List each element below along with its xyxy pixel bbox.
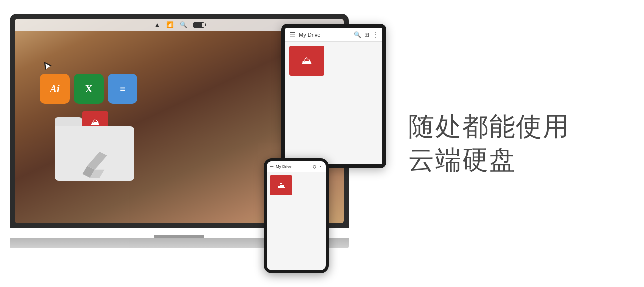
heading-line2: 云端硬盘 (408, 144, 614, 177)
wifi-taskbar-icon: 📶 (166, 21, 174, 28)
drive-taskbar-icon: ▲ (154, 21, 160, 28)
text-panel: 随处都能使用 云端硬盘 (388, 110, 614, 177)
tablet-topbar: ☰ My Drive 🔍 ⊞ ⋮ (285, 28, 382, 42)
tablet-grid-icon: ⊞ (364, 31, 369, 38)
search-taskbar-icon: 🔍 (180, 21, 187, 28)
phone-file-thumbnail: ⛰ (270, 175, 292, 195)
heading-line1: 随处都能使用 (408, 110, 614, 144)
tablet-search-icon: 🔍 (354, 31, 361, 38)
phone-menu-icon: ☰ (270, 164, 274, 169)
phone-drive-title: My Drive (276, 164, 311, 169)
phone: ☰ My Drive Q ⋮ ⛰ (264, 158, 329, 273)
devices-group: ▲ 📶 🔍 Ai (10, 9, 388, 278)
phone-search-icon: Q (313, 164, 316, 169)
adobe-illustrator-icon: Ai (40, 74, 70, 104)
tablet-content: ⛰ (285, 42, 382, 80)
tablet: ☰ My Drive 🔍 ⊞ ⋮ ⛰ (281, 24, 386, 168)
battery-icon (193, 22, 204, 28)
drive-folder (55, 126, 144, 196)
folder-body (55, 126, 134, 181)
excel-icon: X (74, 74, 104, 104)
tablet-action-icons: 🔍 ⊞ ⋮ (354, 31, 378, 38)
tablet-screen: ☰ My Drive 🔍 ⊞ ⋮ ⛰ (285, 28, 382, 164)
tablet-file-thumbnail: ⛰ (289, 46, 324, 76)
docs-icon: ≡ (108, 74, 137, 104)
tablet-menu-icon: ☰ (289, 31, 296, 39)
app-icons-row: Ai X ≡ (40, 74, 137, 104)
main-heading: 随处都能使用 云端硬盘 (408, 110, 614, 177)
tablet-drive-title: My Drive (299, 32, 351, 38)
phone-screen: ☰ My Drive Q ⋮ ⛰ (267, 161, 326, 270)
folder-main (55, 126, 134, 181)
phone-action-icons: Q ⋮ (313, 164, 323, 169)
scene: ▲ 📶 🔍 Ai (0, 0, 644, 287)
tablet-more-icon: ⋮ (372, 31, 378, 38)
phone-more-icon: ⋮ (318, 164, 323, 169)
drive-logo-svg (80, 152, 110, 178)
phone-content: ⛰ (267, 172, 326, 198)
phone-topbar: ☰ My Drive Q ⋮ (267, 161, 326, 172)
